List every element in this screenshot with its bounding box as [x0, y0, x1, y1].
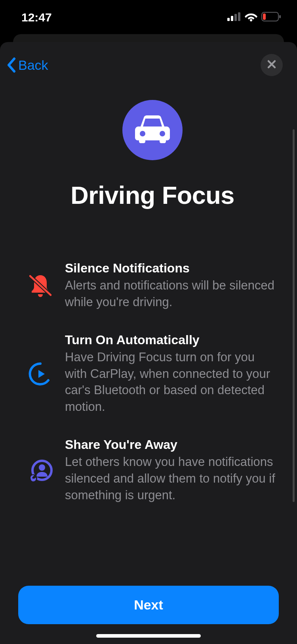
svg-point-4: [250, 19, 252, 21]
wifi-icon: [245, 12, 257, 23]
feature-desc: Have Driving Focus turn on for you with …: [65, 349, 277, 415]
svg-point-9: [160, 131, 165, 136]
chevron-left-icon: [6, 57, 17, 73]
feature-item: Share You're Away Let others know you ha…: [28, 437, 277, 504]
svg-rect-1: [231, 16, 233, 21]
close-button[interactable]: [261, 54, 283, 76]
back-button[interactable]: Back: [6, 57, 48, 73]
footer: Next: [0, 574, 297, 644]
status-bar: 12:47: [0, 0, 297, 35]
feature-title: Turn On Automatically: [65, 333, 277, 347]
feature-item: Silence Notifications Alerts and notific…: [28, 261, 277, 310]
svg-rect-3: [238, 12, 240, 21]
svg-rect-2: [234, 14, 237, 21]
feature-title: Share You're Away: [65, 437, 277, 452]
scroll-indicator[interactable]: [293, 129, 295, 502]
feature-text: Turn On Automatically Have Driving Focus…: [65, 333, 277, 415]
svg-point-8: [140, 131, 145, 136]
feature-desc: Let others know you have notifications s…: [65, 454, 277, 504]
sheet-content[interactable]: Driving Focus Silence Notifications Aler…: [0, 80, 297, 574]
close-icon: [267, 59, 276, 71]
hero: Driving Focus: [28, 80, 277, 209]
hero-icon-circle: [122, 100, 183, 160]
car-icon: [135, 115, 170, 145]
svg-rect-6: [263, 13, 266, 20]
page-title: Driving Focus: [70, 181, 234, 209]
svg-rect-0: [227, 18, 230, 21]
modal-sheet: Back Driving Focus: [0, 42, 297, 644]
svg-point-13: [39, 464, 45, 471]
status-time: 12:47: [21, 11, 52, 24]
next-button[interactable]: Next: [18, 586, 279, 624]
home-indicator[interactable]: [96, 634, 201, 638]
feature-title: Silence Notifications: [65, 261, 277, 276]
feature-text: Share You're Away Let others know you ha…: [65, 437, 277, 504]
bell-slash-icon: [28, 273, 53, 298]
sheet-header: Back: [0, 42, 297, 80]
share-status-icon: [28, 458, 53, 483]
feature-text: Silence Notifications Alerts and notific…: [65, 261, 277, 310]
battery-icon: [261, 12, 281, 23]
feature-item: Turn On Automatically Have Driving Focus…: [28, 333, 277, 415]
svg-rect-7: [279, 15, 281, 18]
status-icons: [227, 12, 281, 23]
cellular-icon: [227, 12, 241, 23]
back-label: Back: [18, 58, 48, 73]
carplay-icon: [28, 361, 53, 387]
feature-desc: Alerts and notifications will be silence…: [65, 277, 277, 310]
feature-list: Silence Notifications Alerts and notific…: [28, 261, 277, 504]
